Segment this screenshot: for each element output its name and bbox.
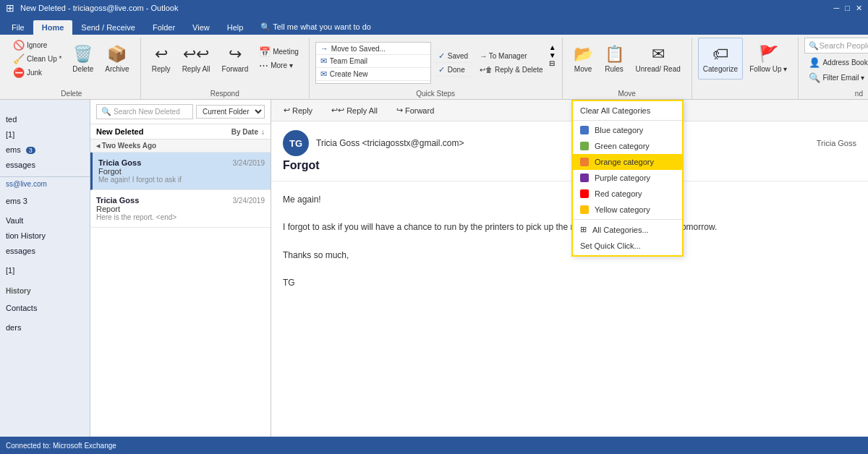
search-people-input[interactable]: 🔍 Search People	[804, 38, 868, 53]
sidebar-item-1[interactable]: [1]	[0, 127, 90, 142]
search-placeholder: Search New Deleted	[114, 108, 180, 116]
junk-button[interactable]: ⛔Junk	[9, 66, 66, 79]
sidebar-item-ders[interactable]: ders	[0, 320, 90, 335]
sidebar-item-account[interactable]: ss@live.com	[0, 177, 90, 192]
qs-done[interactable]: ✓Done	[434, 64, 472, 77]
email-search-input[interactable]: 🔍 Search New Deleted	[96, 104, 193, 119]
rules-button[interactable]: 📋Rules	[600, 38, 629, 80]
follow-up-button[interactable]: 🚩Follow Up ▾	[744, 38, 792, 80]
quick-steps-box: →Move to Saved... ✉Team Email ✉Create Ne…	[315, 42, 431, 84]
green-color-dot	[580, 142, 589, 150]
qs-reply-delete[interactable]: ↩🗑 Reply & Delete	[475, 64, 547, 77]
sidebar-item-contacts[interactable]: Contacts	[0, 301, 90, 316]
close-button[interactable]: ✕	[856, 4, 862, 13]
cat-set-quick-click[interactable]: Set Quick Click...	[573, 238, 682, 254]
qs-team-email[interactable]: ✉Team Email	[316, 55, 430, 68]
qs-move-to-saved[interactable]: →Move to Saved...	[316, 43, 430, 55]
reply-button[interactable]: ↩ Reply	[277, 103, 319, 118]
cat-yellow[interactable]: Yellow category	[573, 202, 682, 218]
categorize-button[interactable]: 🏷Categorize	[698, 38, 743, 80]
tab-view[interactable]: View	[184, 20, 218, 35]
cat-purple[interactable]: Purple category	[573, 170, 682, 186]
sidebar-item-history[interactable]: tion History	[0, 228, 90, 244]
quicksteps-scroll-up[interactable]: ▲	[549, 43, 556, 51]
body-line-1: Me again!	[283, 193, 856, 207]
sidebar-item-ted[interactable]: ted	[0, 112, 90, 127]
email-date-2: 3/24/2019	[233, 197, 265, 205]
maximize-button[interactable]: □	[845, 4, 850, 13]
archive-button[interactable]: 📦Archive	[100, 38, 134, 80]
tab-send-receive[interactable]: Send / Receive	[72, 20, 144, 35]
folder-name-label: New Deleted	[96, 127, 143, 136]
quicksteps-scroll-down[interactable]: ▼	[549, 51, 556, 59]
sidebar-item-blank1[interactable]	[0, 106, 90, 112]
search-icon: 🔍	[101, 107, 111, 116]
tab-home[interactable]: Home	[33, 20, 73, 35]
cat-all-categories[interactable]: ⊞ All Categories...	[573, 221, 682, 238]
cat-separator-2	[573, 219, 682, 220]
sidebar-item-1b[interactable]: [1]	[0, 263, 90, 278]
filter-email-button[interactable]: 🔍Filter Email ▾	[804, 71, 868, 84]
blue-label: Blue category	[595, 126, 643, 134]
respond-group-label: Respond	[147, 90, 303, 99]
sidebar-history-header: History	[0, 283, 90, 296]
avatar: TG	[283, 130, 309, 156]
cat-orange[interactable]: Orange category	[573, 154, 682, 170]
search-people-icon: 🔍	[809, 41, 819, 51]
forward-button[interactable]: ↪ Forward	[390, 103, 441, 118]
move-button[interactable]: 📂Move	[569, 38, 598, 80]
sidebar-item-ems[interactable]: ems 3	[0, 142, 90, 158]
qs-create-new[interactable]: ✉Create New	[316, 68, 430, 81]
reply-ribbon-button[interactable]: ↩Reply	[147, 38, 176, 80]
all-categories-icon: ⊞	[580, 225, 587, 234]
ignore-button[interactable]: 🚫Ignore	[9, 38, 66, 51]
tab-folder[interactable]: Folder	[144, 20, 184, 35]
delete-button[interactable]: 🗑️Delete	[67, 38, 98, 80]
address-book-button[interactable]: 👤Address Book	[804, 56, 868, 69]
move-group-label: Move	[569, 90, 686, 99]
more-respond-button[interactable]: ⋯More ▾	[255, 59, 303, 72]
email-item-2[interactable]: Tricia Goss 3/24/2019 Report Here is the…	[90, 190, 271, 228]
meeting-button[interactable]: 📅Meeting	[255, 46, 303, 59]
ribbon: 🚫Ignore 🧹Clean Up * ⛔Junk 🗑️Delete 📦Arch…	[0, 35, 868, 100]
app-controls[interactable]: ⊞	[6, 2, 14, 14]
ribbon-group-move: 📂Move 📋Rules ✉Unread/ Read Move	[563, 38, 692, 99]
sidebar-item-ems2[interactable]: ems 3	[0, 194, 90, 209]
forward-ribbon-button[interactable]: ↪Forward	[217, 38, 254, 80]
ribbon-group-respond: ↩Reply ↩↩Reply All ↪Forward 📅Meeting ⋯Mo…	[141, 38, 310, 99]
cat-green[interactable]: Green category	[573, 138, 682, 154]
quicksteps-expand[interactable]: ⊟	[549, 59, 556, 67]
email-sender-1: Tricia Goss	[98, 158, 141, 167]
reply-all-button[interactable]: ↩↩ Reply All	[325, 103, 384, 118]
body-line-3: Thanks so much,	[283, 249, 856, 262]
sidebar-item-vault[interactable]: Vault	[0, 213, 90, 228]
orange-label: Orange category	[595, 158, 654, 166]
cat-red[interactable]: Red category	[573, 186, 682, 202]
ribbon-tabs: File Home Send / Receive Folder View Hel…	[0, 16, 868, 35]
sidebar-item-messages2[interactable]: essages	[0, 244, 90, 259]
folder-filter-select[interactable]: Current Folder	[196, 105, 265, 119]
cleanup-button[interactable]: 🧹Clean Up *	[9, 52, 66, 65]
orange-color-dot	[580, 158, 589, 166]
all-categories-label: All Categories...	[592, 226, 649, 234]
email-list-toolbar: New Deleted By Date ↓	[90, 124, 271, 140]
cat-separator-1	[573, 120, 682, 121]
tab-tell-me[interactable]: 🔍 Tell me what you want to do	[252, 20, 380, 35]
cat-blue[interactable]: Blue category	[573, 122, 682, 138]
ribbon-group-find: 🔍 Search People 👤Address Book 🔍Filter Em…	[799, 38, 868, 99]
ribbon-group-categorize: 🏷Categorize 🚩Follow Up ▾	[692, 38, 799, 99]
cat-clear-all[interactable]: Clear All Categories	[573, 103, 682, 119]
unread-read-button[interactable]: ✉Unread/ Read	[631, 38, 686, 80]
sidebar-item-messages[interactable]: essages	[0, 158, 90, 173]
sort-controls[interactable]: By Date ↓	[231, 128, 265, 136]
qs-saved[interactable]: ✓Saved	[434, 50, 472, 63]
tab-help[interactable]: Help	[218, 20, 252, 35]
reply-icon: ↩	[284, 106, 290, 115]
qs-to-manager[interactable]: → To Manager	[475, 50, 547, 63]
minimize-button[interactable]: ─	[834, 4, 840, 13]
reply-all-ribbon-button[interactable]: ↩↩Reply All	[177, 38, 216, 80]
blue-color-dot	[580, 126, 589, 134]
tab-file[interactable]: File	[3, 20, 33, 35]
email-item-1[interactable]: Tricia Goss 3/24/2019 Forgot Me again! I…	[90, 153, 271, 190]
sort-by-label: By Date	[231, 128, 258, 136]
